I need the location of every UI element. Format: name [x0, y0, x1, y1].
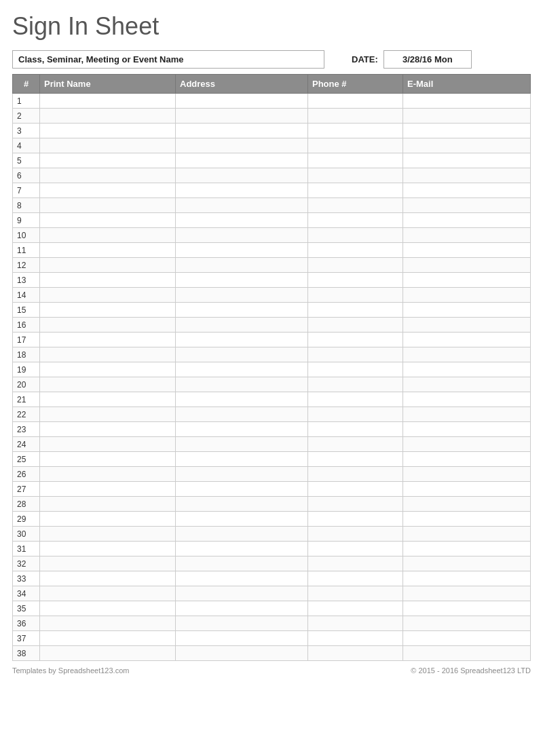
row-phone[interactable] [308, 318, 403, 333]
row-phone[interactable] [308, 153, 403, 168]
row-phone[interactable] [308, 631, 403, 646]
row-address[interactable] [176, 527, 308, 542]
row-phone[interactable] [308, 601, 403, 616]
row-email[interactable] [403, 333, 531, 347]
row-phone[interactable] [308, 542, 403, 556]
row-email[interactable] [403, 273, 531, 288]
row-address[interactable] [176, 258, 308, 273]
row-email[interactable] [403, 586, 531, 601]
row-name[interactable] [40, 631, 176, 646]
row-email[interactable] [403, 452, 531, 467]
row-email[interactable] [403, 303, 531, 318]
row-email[interactable] [403, 556, 531, 571]
row-email[interactable] [403, 362, 531, 377]
row-name[interactable] [40, 482, 176, 497]
date-value-box[interactable]: 3/28/16 Mon [383, 50, 472, 69]
row-address[interactable] [176, 198, 308, 213]
row-phone[interactable] [308, 586, 403, 601]
row-phone[interactable] [308, 333, 403, 347]
row-address[interactable] [176, 347, 308, 362]
row-address[interactable] [176, 407, 308, 422]
row-address[interactable] [176, 646, 308, 661]
row-address[interactable] [176, 377, 308, 392]
row-address[interactable] [176, 124, 308, 138]
row-phone[interactable] [308, 512, 403, 527]
row-name[interactable] [40, 198, 176, 213]
row-address[interactable] [176, 586, 308, 601]
row-email[interactable] [403, 243, 531, 258]
row-phone[interactable] [308, 571, 403, 586]
row-email[interactable] [403, 616, 531, 631]
row-phone[interactable] [308, 273, 403, 288]
row-email[interactable] [403, 646, 531, 661]
row-phone[interactable] [308, 467, 403, 482]
row-name[interactable] [40, 601, 176, 616]
row-name[interactable] [40, 153, 176, 168]
row-address[interactable] [176, 288, 308, 303]
row-name[interactable] [40, 362, 176, 377]
row-phone[interactable] [308, 183, 403, 198]
row-name[interactable] [40, 303, 176, 318]
row-email[interactable] [403, 542, 531, 556]
row-address[interactable] [176, 318, 308, 333]
row-address[interactable] [176, 273, 308, 288]
row-address[interactable] [176, 616, 308, 631]
row-email[interactable] [403, 631, 531, 646]
row-name[interactable] [40, 467, 176, 482]
row-phone[interactable] [308, 497, 403, 512]
row-name[interactable] [40, 452, 176, 467]
row-phone[interactable] [308, 303, 403, 318]
row-address[interactable] [176, 422, 308, 437]
row-address[interactable] [176, 497, 308, 512]
row-email[interactable] [403, 318, 531, 333]
row-address[interactable] [176, 437, 308, 452]
row-email[interactable] [403, 437, 531, 452]
row-address[interactable] [176, 362, 308, 377]
row-name[interactable] [40, 288, 176, 303]
event-name-box[interactable]: Class, Seminar, Meeting or Event Name [12, 50, 324, 69]
row-address[interactable] [176, 392, 308, 407]
row-phone[interactable] [308, 288, 403, 303]
row-name[interactable] [40, 377, 176, 392]
row-email[interactable] [403, 512, 531, 527]
row-address[interactable] [176, 542, 308, 556]
row-phone[interactable] [308, 362, 403, 377]
row-address[interactable] [176, 303, 308, 318]
row-name[interactable] [40, 243, 176, 258]
row-address[interactable] [176, 601, 308, 616]
row-name[interactable] [40, 616, 176, 631]
row-email[interactable] [403, 497, 531, 512]
row-phone[interactable] [308, 437, 403, 452]
row-name[interactable] [40, 497, 176, 512]
row-email[interactable] [403, 213, 531, 228]
row-phone[interactable] [308, 452, 403, 467]
row-phone[interactable] [308, 198, 403, 213]
row-email[interactable] [403, 377, 531, 392]
row-address[interactable] [176, 109, 308, 124]
row-phone[interactable] [308, 258, 403, 273]
row-email[interactable] [403, 94, 531, 109]
row-phone[interactable] [308, 94, 403, 109]
row-phone[interactable] [308, 377, 403, 392]
row-name[interactable] [40, 228, 176, 243]
row-phone[interactable] [308, 213, 403, 228]
row-name[interactable] [40, 258, 176, 273]
row-name[interactable] [40, 273, 176, 288]
row-phone[interactable] [308, 243, 403, 258]
row-address[interactable] [176, 94, 308, 109]
row-address[interactable] [176, 168, 308, 183]
row-name[interactable] [40, 138, 176, 153]
row-phone[interactable] [308, 556, 403, 571]
row-email[interactable] [403, 168, 531, 183]
row-email[interactable] [403, 571, 531, 586]
row-email[interactable] [403, 422, 531, 437]
row-phone[interactable] [308, 482, 403, 497]
row-address[interactable] [176, 138, 308, 153]
row-email[interactable] [403, 138, 531, 153]
row-address[interactable] [176, 556, 308, 571]
row-email[interactable] [403, 109, 531, 124]
row-name[interactable] [40, 571, 176, 586]
row-name[interactable] [40, 347, 176, 362]
row-email[interactable] [403, 467, 531, 482]
row-phone[interactable] [308, 407, 403, 422]
